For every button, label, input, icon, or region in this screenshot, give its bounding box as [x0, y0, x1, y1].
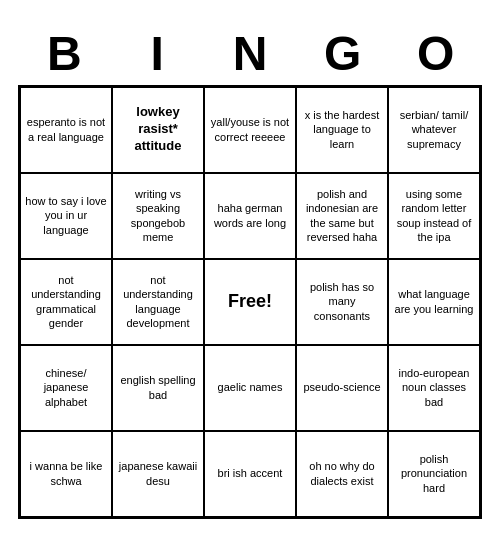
- bingo-cell-15[interactable]: chinese/ japanese alphabet: [20, 345, 112, 431]
- title-letter-i: I: [113, 26, 201, 81]
- bingo-cell-18[interactable]: pseudo-science: [296, 345, 388, 431]
- bingo-cell-12[interactable]: Free!: [204, 259, 296, 345]
- bingo-cell-3[interactable]: x is the hardest language to learn: [296, 87, 388, 173]
- bingo-cell-22[interactable]: bri ish accent: [204, 431, 296, 517]
- title-letter-n: N: [206, 26, 294, 81]
- bingo-cell-13[interactable]: polish has so many consonants: [296, 259, 388, 345]
- bingo-cell-0[interactable]: esperanto is not a real language: [20, 87, 112, 173]
- bingo-cell-7[interactable]: haha german words are long: [204, 173, 296, 259]
- bingo-cell-24[interactable]: polish pronunciation hard: [388, 431, 480, 517]
- title-letter-o: O: [392, 26, 480, 81]
- bingo-cell-6[interactable]: writing vs speaking spongebob meme: [112, 173, 204, 259]
- bingo-cell-17[interactable]: gaelic names: [204, 345, 296, 431]
- bingo-cell-21[interactable]: japanese kawaii desu: [112, 431, 204, 517]
- bingo-cell-4[interactable]: serbian/ tamil/ whatever supremacy: [388, 87, 480, 173]
- bingo-cell-9[interactable]: using some random letter soup instead of…: [388, 173, 480, 259]
- bingo-cell-1[interactable]: lowkey rasist* attitude: [112, 87, 204, 173]
- bingo-cell-19[interactable]: indo-european noun classes bad: [388, 345, 480, 431]
- title-letter-b: B: [20, 26, 108, 81]
- bingo-card: B I N G O esperanto is not a real langua…: [10, 18, 490, 527]
- bingo-cell-2[interactable]: yall/youse is not correct reeeee: [204, 87, 296, 173]
- bingo-cell-14[interactable]: what language are you learning: [388, 259, 480, 345]
- bingo-cell-8[interactable]: polish and indonesian are the same but r…: [296, 173, 388, 259]
- bingo-cell-10[interactable]: not understanding grammatical gender: [20, 259, 112, 345]
- bingo-title: B I N G O: [18, 26, 482, 81]
- bingo-cell-20[interactable]: i wanna be like schwa: [20, 431, 112, 517]
- bingo-cell-23[interactable]: oh no why do dialects exist: [296, 431, 388, 517]
- bingo-cell-11[interactable]: not understanding language development: [112, 259, 204, 345]
- bingo-grid: esperanto is not a real languagelowkey r…: [18, 85, 482, 519]
- title-letter-g: G: [299, 26, 387, 81]
- bingo-cell-16[interactable]: english spelling bad: [112, 345, 204, 431]
- bingo-cell-5[interactable]: how to say i love you in ur language: [20, 173, 112, 259]
